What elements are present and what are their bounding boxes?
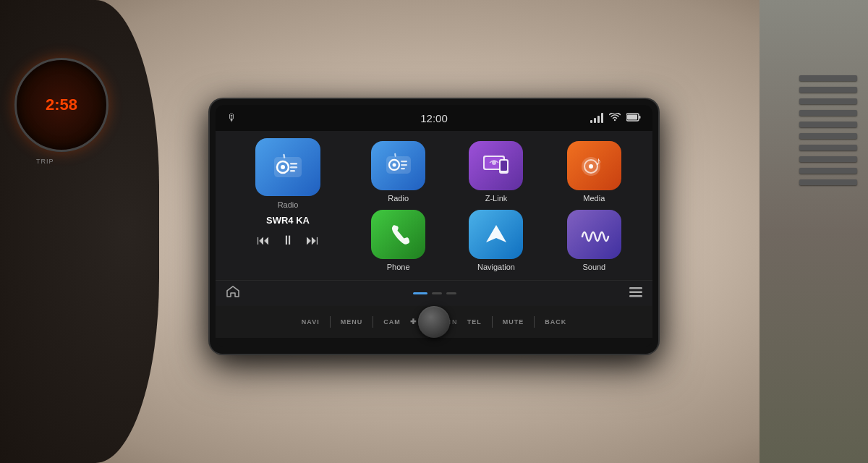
mute-button[interactable]: MUTE — [493, 318, 535, 326]
playback-controls: ⏮ ⏸ ⏭ — [257, 233, 319, 248]
svg-point-6 — [281, 165, 285, 169]
vent-slat — [799, 75, 857, 81]
tel-button[interactable]: TEL — [457, 318, 492, 326]
device-footer — [210, 347, 658, 354]
microphone-icon: 🎙 — [227, 112, 237, 124]
wifi-icon — [609, 112, 621, 124]
app-navigation[interactable]: Navigation — [452, 210, 540, 271]
back-button[interactable]: BACK — [535, 318, 576, 326]
trip-label: TRIP — [36, 158, 54, 165]
svg-rect-21 — [501, 161, 507, 171]
right-dashboard — [760, 0, 868, 463]
vent-slat — [799, 87, 857, 93]
vent-slat — [799, 122, 857, 127]
svg-rect-29 — [629, 294, 642, 297]
app-media[interactable]: ♪ Media — [550, 141, 638, 203]
touchscreen[interactable]: 🎙 12:00 — [216, 105, 652, 306]
app-radio[interactable]: Radio — [354, 141, 442, 203]
page-indicator — [413, 292, 456, 294]
air-vent — [799, 58, 857, 203]
menu-icon[interactable] — [629, 286, 642, 300]
speedometer: 2:58 — [14, 58, 109, 152]
station-name: SWR4 KA — [266, 215, 310, 226]
signal-icon — [590, 113, 603, 123]
app-zlink-label: Z-Link — [485, 194, 508, 203]
vent-slat — [799, 110, 857, 116]
head-unit-wrapper: 🎙 12:00 — [210, 99, 658, 354]
screen-bottom-bar — [216, 280, 652, 306]
vent-slat — [799, 168, 857, 174]
brand-cross-icon: ✚ — [410, 318, 417, 326]
vent-slat — [799, 179, 857, 185]
menu-button[interactable]: MENU — [331, 318, 373, 326]
svg-rect-2 — [627, 114, 637, 119]
status-bar: 🎙 12:00 — [216, 105, 652, 131]
now-playing-panel: Radio SWR4 KA ⏮ ⏸ ⏭ — [230, 138, 346, 274]
vent-slat — [799, 156, 857, 162]
app-sound[interactable]: Sound — [550, 210, 638, 271]
speedo-value: 2:58 — [46, 95, 77, 114]
app-phone-label: Phone — [387, 263, 410, 271]
svg-rect-7 — [290, 163, 297, 165]
home-icon[interactable] — [226, 285, 240, 302]
app-nav-label: Navigation — [477, 263, 515, 271]
svg-point-13 — [392, 163, 396, 166]
apps-grid: Radio — [354, 138, 638, 274]
vent-slat — [799, 133, 857, 139]
app-radio-icon — [371, 141, 425, 190]
app-radio-label: Radio — [388, 194, 409, 203]
radio-big-icon[interactable] — [255, 138, 320, 196]
app-zlink-icon — [469, 141, 523, 190]
status-left: 🎙 — [227, 112, 237, 124]
svg-rect-28 — [629, 291, 642, 293]
pause-button[interactable]: ⏸ — [281, 233, 294, 248]
vent-slat — [799, 145, 857, 150]
app-zlink[interactable]: Z-Link — [452, 141, 540, 203]
app-grid-area: Radio SWR4 KA ⏮ ⏸ ⏭ — [216, 131, 652, 280]
status-right — [590, 112, 641, 124]
svg-rect-8 — [290, 166, 297, 169]
svg-text:♪: ♪ — [595, 155, 601, 167]
app-phone[interactable]: Phone — [354, 210, 442, 271]
left-dashboard: 2:58 TRIP — [0, 0, 159, 463]
prev-button[interactable]: ⏮ — [257, 233, 270, 248]
next-button[interactable]: ⏭ — [306, 233, 319, 248]
svg-rect-15 — [401, 164, 407, 166]
app-media-label: Media — [583, 194, 605, 203]
svg-point-25 — [589, 164, 593, 169]
svg-rect-27 — [629, 286, 642, 289]
app-nav-icon — [469, 210, 523, 259]
app-phone-icon — [371, 210, 425, 259]
page-dot-1 — [413, 292, 427, 294]
hardware-controls: ✚ DYNAVIN NAVI MENU CAM TEL MUTE BACK — [216, 306, 652, 338]
cam-button[interactable]: CAM — [373, 318, 411, 326]
page-dot-3 — [446, 292, 456, 294]
app-media-icon: ♪ — [567, 141, 621, 190]
svg-rect-16 — [401, 168, 405, 169]
svg-rect-3 — [639, 116, 641, 119]
status-time: 12:00 — [420, 111, 448, 124]
navi-button[interactable]: NAVI — [292, 318, 330, 326]
svg-rect-14 — [401, 161, 407, 162]
rotary-knob[interactable] — [418, 306, 450, 338]
app-sound-icon — [567, 210, 621, 259]
device-bottom-strip — [216, 338, 652, 347]
svg-point-0 — [614, 119, 616, 121]
head-unit-device: 🎙 12:00 — [210, 99, 658, 354]
vent-slat — [799, 98, 857, 104]
battery-icon — [626, 112, 641, 124]
page-dot-2 — [432, 292, 442, 294]
svg-rect-9 — [290, 170, 295, 172]
now-playing-label: Radio — [278, 200, 299, 209]
app-sound-label: Sound — [582, 263, 605, 271]
